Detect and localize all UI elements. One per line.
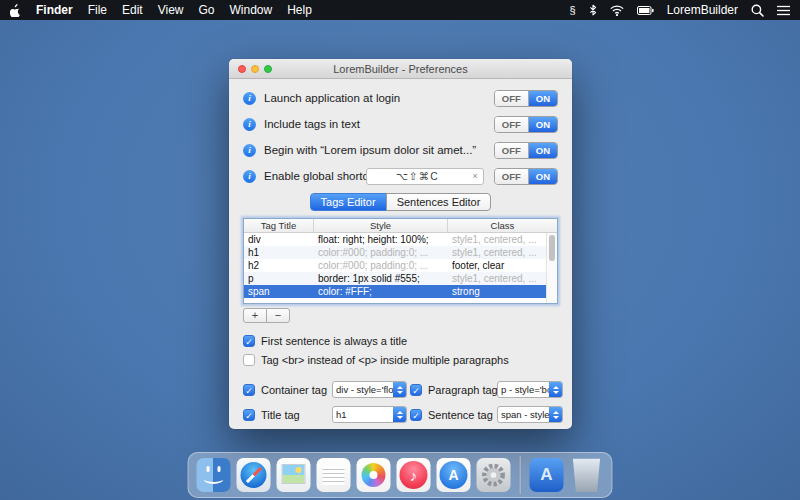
pref-row-include-tags: i Include tags in text OFF ON — [243, 111, 558, 137]
info-icon[interactable]: i — [243, 118, 256, 131]
toggle-on-segment[interactable]: ON — [529, 169, 557, 184]
checkbox-checked[interactable]: ✓ — [243, 384, 255, 396]
zoom-window-button[interactable] — [264, 65, 272, 73]
trash-dock-icon[interactable] — [570, 458, 604, 492]
shortcut-clear-button[interactable]: × — [468, 171, 483, 181]
table-row-selected[interactable]: span color: #FFF; strong — [244, 285, 557, 298]
status-app-label[interactable]: LoremBuilder — [667, 3, 738, 17]
option-label: Paragraph tag — [428, 384, 498, 396]
option-tag-br[interactable]: Tag <br> instead of <p> inside multiple … — [243, 351, 558, 368]
checkbox-checked[interactable]: ✓ — [243, 335, 255, 347]
launch-at-login-toggle[interactable]: OFF ON — [494, 90, 558, 107]
itunes-dock-icon[interactable]: ♪ — [397, 458, 431, 492]
spotlight-search-icon[interactable] — [751, 4, 764, 17]
column-header-class[interactable]: Class — [448, 219, 557, 232]
preview-dock-icon[interactable] — [277, 458, 311, 492]
table-header: Tag Title Style Class — [244, 219, 557, 233]
info-icon[interactable]: i — [243, 92, 256, 105]
cell-class: strong — [448, 285, 557, 298]
toggle-off-segment[interactable]: OFF — [495, 91, 529, 106]
toggle-on-segment[interactable]: ON — [529, 117, 557, 132]
popup-arrows-icon — [393, 382, 406, 397]
add-row-button[interactable]: + — [243, 308, 267, 323]
wifi-icon[interactable] — [610, 5, 624, 16]
window-titlebar[interactable]: LoremBuilder - Preferences — [229, 59, 572, 79]
popup-arrows-icon — [549, 382, 562, 397]
option-label: Container tag — [261, 384, 327, 396]
title-tag-select[interactable]: h1 — [332, 406, 407, 423]
minimize-window-button[interactable] — [251, 65, 259, 73]
column-header-tag-title[interactable]: Tag Title — [244, 219, 314, 232]
pref-label: Enable global shortcut — [264, 170, 366, 182]
checkbox-checked[interactable]: ✓ — [410, 384, 422, 396]
finder-dock-icon[interactable] — [197, 458, 231, 492]
column-header-style[interactable]: Style — [314, 219, 448, 232]
textedit-dock-icon[interactable] — [317, 458, 351, 492]
scrollbar-thumb[interactable] — [549, 235, 555, 261]
menu-item-window[interactable]: Window — [230, 3, 273, 17]
select-value: span - style=' — [498, 407, 549, 422]
preferences-window: LoremBuilder - Preferences i Launch appl… — [229, 59, 572, 429]
remove-row-button[interactable]: − — [266, 308, 290, 323]
lorembuilder-dock-icon[interactable]: A — [530, 458, 564, 492]
table-scrollbar[interactable] — [546, 233, 557, 303]
cell-tag: p — [244, 272, 314, 285]
info-icon[interactable]: i — [243, 144, 256, 157]
cell-style: color: #FFF; — [314, 285, 448, 298]
bluetooth-icon[interactable] — [589, 4, 597, 16]
editor-tabs: Tags Editor Sentences Editor — [243, 193, 558, 211]
app-store-dock-icon[interactable]: A — [437, 458, 471, 492]
cell-tag: span — [244, 285, 314, 298]
table-row[interactable]: p border: 1px solid #555; style1, center… — [244, 272, 557, 285]
select-value: h1 — [333, 407, 393, 422]
menu-item-edit[interactable]: Edit — [122, 3, 143, 17]
menu-item-go[interactable]: Go — [199, 3, 215, 17]
menu-item-finder[interactable]: Finder — [36, 3, 73, 17]
begin-with-toggle[interactable]: OFF ON — [494, 142, 558, 159]
close-window-button[interactable] — [238, 65, 246, 73]
toggle-off-segment[interactable]: OFF — [495, 143, 529, 158]
include-tags-toggle[interactable]: OFF ON — [494, 116, 558, 133]
option-first-sentence-title[interactable]: ✓ First sentence is always a title — [243, 332, 558, 349]
menu-item-file[interactable]: File — [88, 3, 107, 17]
sentence-tag-select[interactable]: span - style=' — [497, 406, 563, 423]
menu-item-help[interactable]: Help — [287, 3, 312, 17]
menu-bar: Finder File Edit View Go Window Help § L… — [0, 0, 800, 20]
tab-tags-editor[interactable]: Tags Editor — [310, 193, 387, 211]
checkbox-checked[interactable]: ✓ — [243, 409, 255, 421]
tab-sentences-editor[interactable]: Sentences Editor — [386, 193, 492, 211]
battery-icon[interactable] — [637, 6, 654, 15]
shortcut-recorder-field[interactable]: ⌥⇧⌘C × — [366, 168, 484, 185]
container-tag-select[interactable]: div - style='flo — [332, 381, 407, 398]
paragraph-tag-option[interactable]: ✓ Paragraph tag — [410, 384, 494, 396]
notification-center-icon[interactable] — [777, 5, 790, 16]
title-tag-option[interactable]: ✓ Title tag — [243, 409, 329, 421]
toggle-off-segment[interactable]: OFF — [495, 169, 529, 184]
sentence-tag-option[interactable]: ✓ Sentence tag — [410, 409, 494, 421]
tag-select-grid: ✓ Container tag div - style='flo ✓ Parag… — [243, 381, 558, 423]
system-preferences-dock-icon[interactable] — [477, 458, 511, 492]
container-tag-option[interactable]: ✓ Container tag — [243, 384, 329, 396]
popup-arrows-icon — [549, 407, 562, 422]
cell-style: color:#000; padding:0; ... — [314, 246, 448, 259]
table-row[interactable]: h2 color:#000; padding:0; ... footer, cl… — [244, 259, 557, 272]
toggle-on-segment[interactable]: ON — [529, 91, 557, 106]
global-shortcut-toggle[interactable]: OFF ON — [494, 168, 558, 185]
info-icon[interactable]: i — [243, 170, 256, 183]
toggle-off-segment[interactable]: OFF — [495, 117, 529, 132]
toggle-on-segment[interactable]: ON — [529, 143, 557, 158]
checkbox-checked[interactable]: ✓ — [410, 409, 422, 421]
paragraph-tag-select[interactable]: p - style='bor — [497, 381, 563, 398]
photos-dock-icon[interactable] — [357, 458, 391, 492]
input-menu-icon[interactable]: § — [570, 5, 576, 16]
cell-class: footer, clear — [448, 259, 557, 272]
table-row[interactable]: div float: right; height: 100%; style1, … — [244, 233, 557, 246]
window-title: LoremBuilder - Preferences — [333, 63, 468, 75]
safari-dock-icon[interactable] — [237, 458, 271, 492]
checkbox-unchecked[interactable] — [243, 354, 255, 366]
cell-style: border: 1px solid #555; — [314, 272, 448, 285]
apple-icon[interactable] — [10, 4, 21, 17]
table-row[interactable]: h1 color:#000; padding:0; ... style1, ce… — [244, 246, 557, 259]
cell-style: float: right; height: 100%; — [314, 233, 448, 246]
menu-item-view[interactable]: View — [158, 3, 184, 17]
